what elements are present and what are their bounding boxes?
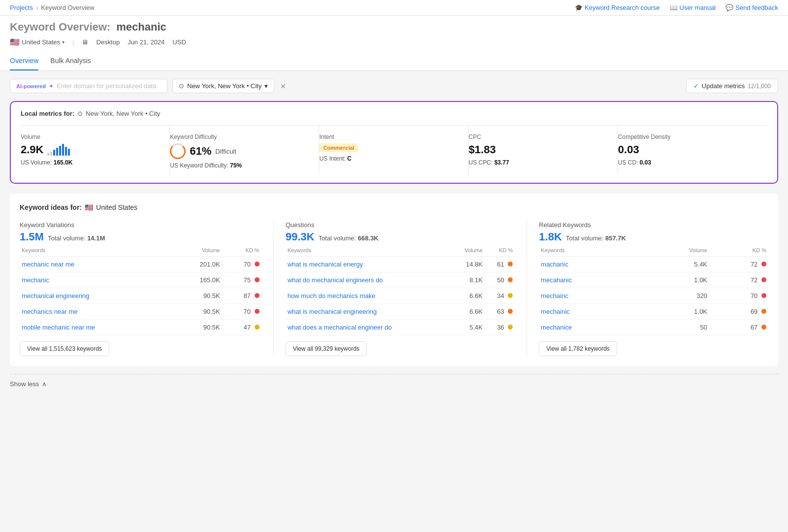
kw-link[interactable]: mechainc — [541, 292, 568, 299]
kw-link[interactable]: what is mechanical energy — [288, 261, 363, 268]
kd-num: 47 — [244, 324, 251, 331]
volume-sub-label: US Volume: — [21, 159, 52, 166]
kw-cell: mechanics near me — [20, 304, 174, 320]
kd-num: 72 — [751, 276, 757, 284]
ai-label: AI-powered — [16, 83, 46, 89]
table-row: how much do mechanics make 6.6K 34 — [286, 288, 515, 304]
kd-cell: 50 — [485, 272, 515, 288]
meta-row: 🇺🇸 United States ▾ | 🖥 Desktop Jun 21, 2… — [10, 37, 778, 47]
table-row: mechanic near me 201.0K 70 — [20, 257, 262, 272]
title-keyword: mechanic — [116, 21, 166, 33]
kd-num: 70 — [751, 292, 757, 299]
kw-table-variations: Keywords Volume KD % mechanic near me 20… — [20, 244, 262, 335]
title-prefix: Keyword Overview: — [10, 21, 110, 33]
tab-bulk-analysis[interactable]: Bulk Analysis — [50, 53, 91, 70]
metrics-header: Local metrics for: ⊙ New York, New York … — [21, 110, 767, 117]
kw-link[interactable]: mechanic near me — [22, 261, 74, 268]
view-all-button-related[interactable]: View all 1,782 keywords — [539, 341, 617, 356]
kw-link[interactable]: mechanice — [541, 324, 572, 331]
cpc-sub: US CPC: $3.77 — [469, 159, 608, 166]
volume-label: Volume — [21, 133, 160, 140]
kw-cell: mechanice — [539, 320, 643, 335]
table-row: what do mechanical engineers do 8.1K 50 — [286, 272, 515, 288]
location-filter[interactable]: ⊙ New York, New York • City ▾ — [172, 79, 274, 93]
ideas-location: United States — [96, 203, 137, 211]
volume-cell: 6.6K — [451, 288, 485, 304]
kw-link[interactable]: mobile mechanic near me — [22, 324, 95, 331]
kd-cell: 69 — [709, 304, 768, 320]
breadcrumb-projects[interactable]: Projects — [10, 4, 33, 11]
col-volume-related: Total volume: 857.7K — [566, 234, 626, 242]
intent-sub: US Intent: C — [319, 155, 458, 162]
kw-link[interactable]: what do mechanical engineers do — [288, 276, 383, 284]
show-less-button[interactable]: Show less ∧ — [10, 374, 778, 394]
filter-clear-button[interactable]: ✕ — [279, 82, 287, 90]
kd-sub-label: US Keyword Difficulty: — [170, 162, 228, 169]
page-title: Keyword Overview: mechanic — [10, 21, 778, 33]
us-flag: 🇺🇸 — [10, 37, 20, 47]
volume-cell: 1.0K — [643, 272, 709, 288]
kd-label: Keyword Difficulty — [170, 133, 309, 140]
kw-cell: mobile mechanic near me — [20, 320, 174, 335]
keyword-research-course-link[interactable]: 🎓 Keyword Research course — [575, 4, 659, 11]
kd-num: 70 — [244, 261, 251, 268]
kw-link[interactable]: machanic — [541, 261, 568, 268]
kd-dot — [508, 325, 513, 330]
kd-num: 61 — [497, 261, 504, 268]
cpc-sub-value: $3.77 — [494, 159, 509, 166]
kd-dot — [761, 262, 766, 266]
cd-sub-value: 0.03 — [640, 159, 651, 166]
bar-7 — [65, 147, 67, 156]
bar-5 — [59, 146, 61, 156]
feedback-label: Send feedback — [735, 4, 778, 11]
volume-cell: 5.4K — [451, 320, 485, 335]
col-header-kd-related: KD % — [709, 244, 768, 257]
kd-num: 72 — [751, 261, 757, 268]
col-count-variations: 1.5M — [20, 231, 44, 243]
kd-cell: 67 — [709, 320, 768, 335]
metrics-grid: Volume 2.9K US Volume: — [21, 125, 767, 175]
ideas-col-questions: Questions 99.3K Total volume: 668.3K Key… — [273, 221, 515, 356]
cpc-value: $1.83 — [469, 143, 496, 156]
user-manual-link[interactable]: 📖 User manual — [670, 4, 716, 11]
kd-dot — [761, 325, 766, 330]
kw-link[interactable]: mecahanic — [541, 276, 572, 284]
cd-value: 0.03 — [618, 143, 639, 156]
show-less-arrow-icon: ∧ — [42, 380, 47, 388]
kw-link[interactable]: mechanical engineering — [22, 292, 89, 299]
volume-cell: 90.5K — [174, 304, 222, 320]
update-metrics-button[interactable]: ✓ Update metrics 12/1,000 — [686, 79, 778, 93]
cd-label: Competitive Density — [618, 133, 757, 140]
course-icon: 🎓 — [575, 4, 583, 11]
kw-link[interactable]: how much do mechanics make — [288, 292, 375, 299]
col-count-row-questions: 99.3K Total volume: 668.3K — [286, 231, 515, 243]
location-selector[interactable]: 🇺🇸 United States ▾ — [10, 37, 65, 47]
tab-overview[interactable]: Overview — [10, 53, 38, 70]
view-all-button-variations[interactable]: View all 1,515,623 keywords — [20, 341, 109, 356]
kd-num: 69 — [751, 308, 757, 315]
kw-link[interactable]: what does a mechanical engineer do — [288, 324, 392, 331]
table-row: what does a mechanical engineer do 5.4K … — [286, 320, 515, 335]
table-row: mecahanic 1.0K 72 — [539, 272, 768, 288]
metric-volume: Volume 2.9K US Volume: — [21, 126, 170, 175]
kw-link[interactable]: mechanic — [22, 276, 49, 284]
kw-cell: mechanic near me — [20, 257, 174, 272]
metric-intent: Intent Commercial US Intent: C — [319, 126, 468, 175]
col-header-volume-variations: Volume — [174, 244, 222, 257]
view-all-button-questions[interactable]: View all 99,329 keywords — [286, 341, 367, 356]
location-label: United States — [22, 38, 60, 46]
cd-sub-label: US CD: — [618, 159, 638, 166]
kd-value-row: 61% Difficult — [170, 143, 309, 159]
kw-link[interactable]: what is mechanical engineering — [288, 308, 377, 315]
send-feedback-link[interactable]: 💬 Send feedback — [725, 4, 778, 11]
col-header-kd-questions: KD % — [485, 244, 515, 257]
kw-link[interactable]: mechainic — [541, 308, 570, 315]
col-count-related: 1.8K — [539, 231, 561, 243]
filter-dropdown-arrow: ▾ — [264, 82, 268, 90]
cd-sub: US CD: 0.03 — [618, 159, 757, 166]
ai-input-box[interactable]: AI-powered ✦ Enter domain for personaliz… — [10, 79, 167, 93]
volume-cell: 5.4K — [643, 257, 709, 272]
kw-link[interactable]: mechanics near me — [22, 308, 77, 315]
kd-dot — [255, 277, 260, 282]
kd-value: 61% — [190, 145, 211, 158]
